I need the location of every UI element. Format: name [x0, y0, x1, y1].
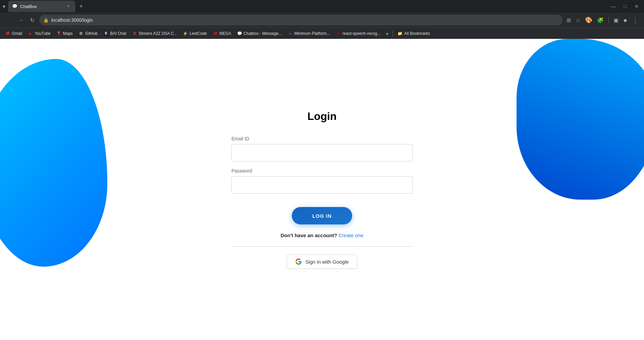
bookmark-youtube-label: YouTube: [35, 31, 50, 36]
screen-cast-icon[interactable]: ⊞: [565, 16, 572, 25]
forward-button[interactable]: →: [16, 16, 25, 24]
bookmark-mega[interactable]: M MEGA: [210, 30, 234, 37]
blob-left: [0, 59, 107, 267]
bookmark-bai-chat[interactable]: B BAI Chat: [101, 30, 129, 37]
bookmark-star-icon[interactable]: ☆: [574, 16, 582, 25]
github-icon: ⚙: [79, 31, 84, 36]
menu-icon[interactable]: ⋮: [631, 15, 640, 25]
tab-close-button[interactable]: ×: [66, 4, 71, 9]
bookmark-youtube[interactable]: ▶ YouTube: [25, 30, 53, 37]
email-label: Email ID: [231, 136, 413, 141]
password-label: Password: [231, 168, 413, 174]
sidebar-toggle-icon[interactable]: ▣: [612, 16, 620, 25]
color-picker-icon[interactable]: 🎨: [584, 15, 594, 25]
all-bookmarks-button[interactable]: 📁 All Bookmarks: [395, 30, 433, 37]
reload-button[interactable]: ↻: [28, 16, 37, 25]
title-bar: ▾ 💬 ChatBox × + — □ ✕: [0, 0, 644, 13]
bookmarks-separator: [392, 30, 393, 37]
bookmarks-bar: M Gmail ▶ YouTube 📍 Maps ⚙ GitHub B BAI …: [0, 27, 644, 39]
folder-icon: 📁: [397, 31, 402, 36]
bookmark-leetcode[interactable]: ⚡ LeetCode: [180, 30, 210, 37]
new-tab-button[interactable]: +: [76, 2, 86, 11]
password-form-group: Password: [231, 168, 413, 194]
no-account-text: Don't have an account? Create one: [281, 232, 364, 238]
mega-icon: M: [213, 31, 218, 36]
bookmark-gmail-label: Gmail: [12, 31, 22, 36]
bai-chat-icon: B: [104, 31, 108, 36]
page-title: Login: [307, 110, 336, 123]
address-bar: ← → ↻ 🔒 localhost:3000/login ⊞ ☆ 🎨 🧩 ▣ ●…: [0, 13, 644, 27]
profile-icon[interactable]: ●: [622, 15, 629, 25]
password-input[interactable]: [231, 176, 413, 194]
bookmark-strivers-label: Strivers A2Z DSA C...: [139, 31, 177, 36]
tab-bar: ▾ 💬 ChatBox × +: [3, 1, 608, 12]
bookmark-gmail[interactable]: M Gmail: [3, 30, 25, 37]
youtube-icon: ▶: [28, 31, 33, 36]
bookmark-react-speech-label: react-speech-recog...: [342, 31, 380, 36]
tab-favicon: 💬: [12, 4, 17, 9]
google-signin-button[interactable]: Sign in with Google: [287, 255, 357, 269]
react-speech-icon: R: [336, 31, 341, 36]
more-bookmarks-button[interactable]: »: [384, 29, 390, 38]
bookmark-github-label: GitHub: [85, 31, 98, 36]
email-input[interactable]: [231, 144, 413, 161]
tab-title: ChatBox: [20, 4, 63, 9]
bookmark-bai-chat-label: BAI Chat: [110, 31, 126, 36]
bookmark-chatbox-msg-label: Chatbox - Message...: [244, 31, 282, 36]
browser-chrome: ▾ 💬 ChatBox × + — □ ✕ ← → ↻ 🔒 localhost:…: [0, 0, 644, 39]
google-logo-icon: [295, 258, 302, 265]
close-button[interactable]: ✕: [632, 2, 641, 10]
back-button[interactable]: ←: [4, 16, 13, 24]
gmail-icon: M: [5, 31, 10, 36]
bookmark-maps[interactable]: 📍 Maps: [54, 30, 75, 37]
profile-dropdown[interactable]: ▾: [3, 3, 5, 10]
divider: [608, 17, 609, 23]
bookmark-min-platform[interactable]: ∞ Minimum Platform...: [285, 30, 333, 37]
strivers-icon: S: [132, 31, 137, 36]
bookmark-github[interactable]: ⚙ GitHub: [76, 30, 100, 37]
create-account-link[interactable]: Create one: [338, 232, 363, 238]
blob-right: [517, 39, 644, 200]
divider: [231, 246, 413, 247]
leetcode-icon: ⚡: [183, 31, 188, 36]
bookmark-maps-label: Maps: [63, 31, 73, 36]
lock-icon: 🔒: [43, 18, 49, 23]
window-controls: — □ ✕: [608, 2, 641, 10]
bookmark-min-platform-label: Minimum Platform...: [294, 31, 330, 36]
minimize-button[interactable]: —: [608, 2, 619, 10]
bookmark-strivers[interactable]: S Strivers A2Z DSA C...: [129, 30, 180, 37]
maximize-button[interactable]: □: [621, 2, 629, 10]
url-bar[interactable]: 🔒 localhost:3000/login: [39, 15, 562, 25]
bookmark-leetcode-label: LeetCode: [190, 31, 207, 36]
active-tab[interactable]: 💬 ChatBox ×: [8, 1, 75, 12]
email-form-group: Email ID: [231, 136, 413, 161]
bookmark-chatbox-msg[interactable]: 💬 Chatbox - Message...: [234, 30, 284, 37]
all-bookmarks-label: All Bookmarks: [404, 31, 430, 36]
chatbox-msg-icon: 💬: [237, 31, 242, 36]
url-text: localhost:3000/login: [51, 17, 93, 23]
login-container: Login Email ID Password LOG IN Don't hav…: [231, 110, 413, 269]
page-content: Login Email ID Password LOG IN Don't hav…: [0, 39, 644, 340]
address-bar-actions: ⊞ ☆ 🎨 🧩 ▣ ● ⋮: [565, 15, 640, 25]
maps-icon: 📍: [57, 31, 61, 36]
login-button[interactable]: LOG IN: [292, 207, 352, 224]
google-signin-label: Sign in with Google: [305, 259, 348, 265]
bookmark-react-speech[interactable]: R react-speech-recog...: [333, 30, 383, 37]
bookmark-mega-label: MEGA: [219, 31, 231, 36]
min-platform-icon: ∞: [288, 31, 292, 36]
extensions-icon[interactable]: 🧩: [596, 16, 605, 25]
